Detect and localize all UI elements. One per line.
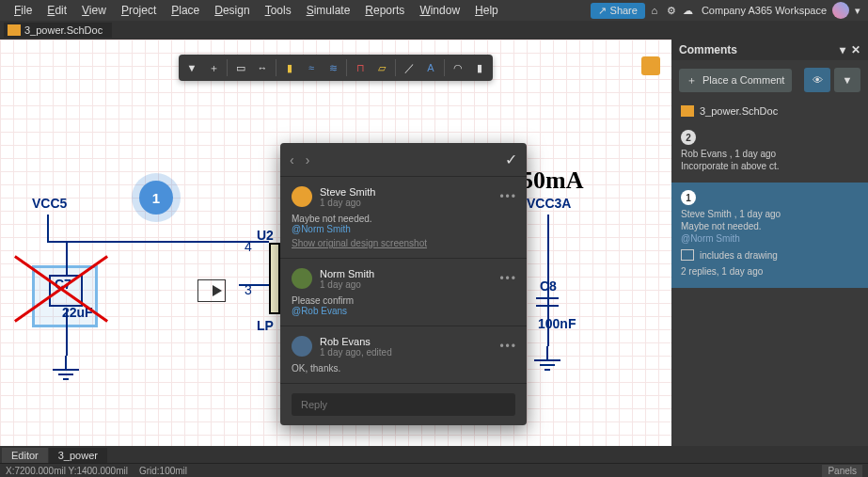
menu-reports[interactable]: Reports: [358, 2, 411, 19]
close-icon[interactable]: ✕: [851, 43, 860, 56]
filter-icon[interactable]: ▼: [181, 57, 202, 78]
comment-number-badge: 1: [681, 190, 696, 205]
place-comment-label: Place a Comment: [702, 74, 784, 86]
comment-3: Rob Evans 1 day ago, edited ••• OK, than…: [280, 326, 527, 384]
comment-body: OK, thanks.: [292, 363, 515, 374]
pin-icon[interactable]: ▾: [840, 43, 845, 56]
more-icon[interactable]: •••: [499, 272, 517, 285]
menu-window[interactable]: Window: [413, 2, 466, 19]
menu-bar: File Edit View Project Place Design Tool…: [0, 0, 868, 21]
line-icon[interactable]: ／: [399, 57, 419, 78]
panel-title: Comments: [679, 43, 737, 56]
footer-tab-3power[interactable]: 3_power: [49, 448, 107, 463]
component-u2[interactable]: [269, 243, 280, 314]
avatar-canvas-icon[interactable]: [641, 56, 660, 75]
place-comment-button[interactable]: ＋ Place a Comment: [679, 69, 792, 92]
menu-simulate[interactable]: Simulate: [300, 2, 357, 19]
menu-help[interactable]: Help: [468, 2, 505, 19]
plus-icon[interactable]: ＋: [203, 57, 224, 78]
mention: @Norm Smith: [681, 233, 859, 244]
comment-list-item-2[interactable]: 2 Rob Evans , 1 day ago Incorporate in a…: [671, 122, 868, 183]
panel-file-header[interactable]: 3_power.SchDoc: [671, 100, 868, 122]
schdoc-icon: [8, 24, 21, 36]
comment-date: 1 day ago, edited: [320, 347, 392, 358]
menu-place[interactable]: Place: [165, 2, 206, 19]
move-icon[interactable]: ↔: [252, 57, 273, 78]
tab-label: 3_power.SchDoc: [24, 24, 103, 36]
menu-tools[interactable]: Tools: [259, 2, 298, 19]
resolve-check-icon[interactable]: ✓: [505, 151, 517, 168]
net-icon[interactable]: ⊓: [350, 57, 371, 78]
gnd-symbol: [47, 356, 85, 384]
comment-body: Maybe not needed.: [681, 221, 859, 231]
document-tabs: 3_power.SchDoc: [0, 21, 868, 40]
canvas-area: VCC5 VCC3A 50mA C7 22uF U2: [0, 40, 671, 446]
next-comment-icon[interactable]: ›: [306, 152, 310, 167]
workspace-selector[interactable]: ☁ Company A365 Workspace ▾: [681, 2, 860, 19]
comment-list-item-1[interactable]: 1 Steve Smith , 1 day ago Maybe not need…: [671, 183, 868, 288]
menu-edit[interactable]: Edit: [40, 2, 73, 19]
menu-file[interactable]: File: [8, 2, 39, 19]
c8-value: 100nF: [538, 316, 576, 331]
filter-icon[interactable]: ▼: [834, 68, 860, 92]
wire: [47, 215, 49, 243]
net-label-vcc3a: VCC3A: [527, 196, 571, 211]
show-screenshot-link[interactable]: Show original design screenshot: [292, 238, 515, 248]
view-toggle-icon[interactable]: 👁: [804, 68, 830, 92]
reply-input[interactable]: Reply: [292, 393, 515, 416]
avatar: [832, 2, 849, 19]
panels-button[interactable]: Panels: [822, 465, 862, 477]
mention[interactable]: @Rob Evans: [292, 306, 347, 316]
bus-icon[interactable]: ≋: [323, 57, 343, 78]
wire: [47, 241, 269, 243]
avatar-icon: [292, 186, 312, 207]
wire-icon[interactable]: ≈: [301, 57, 322, 78]
avatar-icon: [292, 268, 312, 289]
cap-plate: [536, 305, 559, 307]
footer-tab-editor[interactable]: Editor: [2, 448, 48, 463]
comment-date: 1 day ago: [320, 198, 375, 208]
rect-icon[interactable]: ▭: [230, 57, 251, 78]
share-button[interactable]: ↗ Share: [591, 3, 645, 19]
comments-panel: Comments ▾ ✕ ＋ Place a Comment 👁 ▼ 3_pow…: [671, 40, 868, 446]
status-bar: X:7200.000mil Y:1400.000mil Grid:100mil …: [0, 463, 868, 477]
schematic-toolbar: ▼ ＋ ▭ ↔ ▮ ≈ ≋ ⊓ ▱ ／ A ◠ ▮: [179, 55, 493, 81]
menu-view[interactable]: View: [75, 2, 113, 19]
component-icon[interactable]: ▮: [279, 57, 300, 78]
schematic-canvas[interactable]: VCC5 VCC3A 50mA C7 22uF U2: [0, 40, 671, 446]
comment-body: Incorporate in above ct.: [681, 161, 859, 171]
port-icon[interactable]: ▱: [371, 57, 392, 78]
grid-size: Grid:100mil: [139, 466, 187, 476]
comment-user: Steve Smith: [320, 186, 375, 198]
direction-arrow: [197, 279, 226, 302]
more-icon[interactable]: •••: [499, 190, 517, 203]
mention[interactable]: @Norm Smith: [292, 224, 351, 234]
menu-design[interactable]: Design: [208, 2, 256, 19]
pin-4: 4: [245, 239, 252, 254]
text-icon[interactable]: A: [420, 57, 441, 78]
cap-plate: [536, 297, 559, 299]
arc-icon[interactable]: ◠: [448, 57, 468, 78]
prev-comment-icon[interactable]: ‹: [290, 152, 294, 167]
more-icon[interactable]: ▮: [469, 57, 490, 78]
more-icon[interactable]: •••: [499, 340, 517, 353]
home-icon[interactable]: ⌂: [647, 3, 662, 18]
schdoc-icon: [681, 105, 694, 117]
gnd-symbol: [529, 346, 566, 374]
chevron-down-icon: ▾: [855, 5, 860, 17]
net-label-vcc5: VCC5: [32, 196, 67, 211]
share-label: Share: [610, 5, 638, 16]
delete-cross-icon: [19, 246, 103, 331]
tab-3power[interactable]: 3_power.SchDoc: [4, 23, 112, 38]
panel-file-name: 3_power.SchDoc: [700, 105, 778, 117]
menu-project[interactable]: Project: [115, 2, 163, 19]
gear-icon[interactable]: ⚙: [664, 3, 679, 18]
current-annotation: 50mA: [521, 167, 583, 195]
c8-ref: C8: [540, 278, 557, 294]
comment-user: Rob Evans: [320, 336, 392, 347]
comment-body: Maybe not needed.: [292, 214, 372, 224]
plus-icon: ＋: [687, 73, 697, 87]
comment-annotation-1[interactable]: 1: [139, 181, 173, 215]
u2-ref: U2: [257, 228, 274, 243]
wire: [239, 284, 269, 286]
